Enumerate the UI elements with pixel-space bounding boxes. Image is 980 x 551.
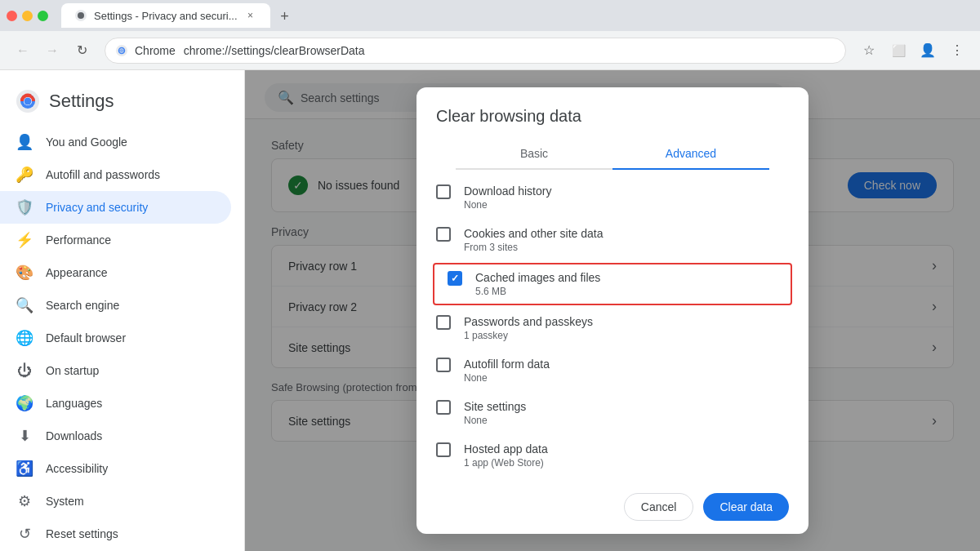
performance-icon: ⚡ xyxy=(16,232,33,248)
shield-icon: 🛡️ xyxy=(16,199,33,216)
sidebar-item-performance[interactable]: ⚡ Performance xyxy=(0,224,231,256)
sidebar-item-appearance[interactable]: 🎨 Appearance xyxy=(0,256,231,289)
sidebar-item-system[interactable]: ⚙ System xyxy=(0,485,231,518)
sidebar-item-autofill[interactable]: 🔑 Autofill and passwords xyxy=(0,158,231,191)
active-tab[interactable]: Settings - Privacy and securi... × xyxy=(61,3,270,28)
cookies-labels: Cookies and other site data From 3 sites xyxy=(464,227,603,253)
profile-button[interactable]: 👤 xyxy=(915,38,941,64)
checkbox-row-cookies: Cookies and other site data From 3 sites xyxy=(416,219,808,261)
site-settings-sublabel: None xyxy=(464,415,526,426)
tab-close-button[interactable]: × xyxy=(244,9,257,22)
extensions-button[interactable]: ⬜ xyxy=(885,38,911,64)
address-bar[interactable]: Chrome chrome://settings/clearBrowserDat… xyxy=(105,38,846,64)
download-history-sublabel: None xyxy=(464,199,551,211)
autofill-sublabel: None xyxy=(464,372,550,384)
cached-labels: Cached images and files 5.6 MB xyxy=(475,271,600,297)
autofill-form-checkbox[interactable] xyxy=(436,358,451,372)
cookies-label: Cookies and other site data xyxy=(464,227,603,240)
sidebar-label: Performance xyxy=(46,233,111,247)
svg-point-1 xyxy=(78,12,84,19)
accessibility-icon: ♿ xyxy=(16,460,33,477)
svg-point-9 xyxy=(24,98,32,105)
clear-data-button[interactable]: Clear data xyxy=(703,493,789,521)
download-history-checkbox[interactable] xyxy=(436,184,451,199)
download-icon: ⬇ xyxy=(16,428,33,444)
cached-sublabel: 5.6 MB xyxy=(475,286,600,297)
close-button[interactable] xyxy=(7,11,17,21)
sidebar-label: You and Google xyxy=(46,136,127,149)
sidebar-item-languages[interactable]: 🌍 Languages xyxy=(0,387,231,420)
sidebar-title: Settings xyxy=(49,91,114,112)
browser-icon: 🌐 xyxy=(16,330,33,346)
system-icon: ⚙ xyxy=(16,493,33,509)
tab-title: Settings - Privacy and securi... xyxy=(94,10,238,22)
startup-icon: ⏻ xyxy=(16,362,33,379)
sidebar-label: System xyxy=(46,495,84,508)
cookies-checkbox[interactable] xyxy=(436,227,451,242)
cached-checkbox[interactable]: ✓ xyxy=(448,271,462,286)
sidebar-item-reset[interactable]: ↺ Reset settings xyxy=(0,518,231,550)
maximize-button[interactable] xyxy=(38,11,48,21)
minimize-button[interactable] xyxy=(22,11,33,21)
reload-button[interactable]: ↻ xyxy=(69,38,95,64)
sidebar-item-downloads[interactable]: ⬇ Downloads xyxy=(0,420,231,452)
sidebar-item-on-startup[interactable]: ⏻ On startup xyxy=(0,354,231,387)
cached-label: Cached images and files xyxy=(475,271,600,284)
cancel-button[interactable]: Cancel xyxy=(624,493,694,521)
sidebar-item-you-and-google[interactable]: 👤 You and Google xyxy=(0,126,231,158)
tab-favicon-icon xyxy=(74,9,87,22)
traffic-lights xyxy=(7,11,48,21)
sidebar-item-search-engine[interactable]: 🔍 Search engine xyxy=(0,289,231,322)
hosted-app-checkbox[interactable] xyxy=(436,442,451,457)
new-tab-button[interactable]: + xyxy=(274,5,296,28)
sidebar-item-privacy[interactable]: 🛡️ Privacy and security xyxy=(0,191,231,224)
sidebar-item-default-browser[interactable]: 🌐 Default browser xyxy=(0,322,231,354)
tab-basic[interactable]: Basic xyxy=(456,139,612,168)
passwords-label: Passwords and passkeys xyxy=(464,315,593,328)
nav-bar: ← → ↻ Chrome chrome://settings/clearBrow… xyxy=(0,31,980,70)
dialog-body: Download history None Cookies and other … xyxy=(416,170,808,480)
dialog-tabs: Basic Advanced xyxy=(456,139,769,170)
download-history-label: Download history xyxy=(464,184,551,198)
autofill-icon: 🔑 xyxy=(16,167,33,183)
main-content: Settings 👤 You and Google 🔑 Autofill and… xyxy=(0,70,980,551)
passwords-sublabel: 1 passkey xyxy=(464,330,593,341)
passwords-labels: Passwords and passkeys 1 passkey xyxy=(464,315,593,341)
sidebar-label: Search engine xyxy=(46,299,119,312)
sidebar: Settings 👤 You and Google 🔑 Autofill and… xyxy=(0,70,245,551)
checkmark-icon: ✓ xyxy=(451,273,459,284)
cookies-sublabel: From 3 sites xyxy=(464,242,603,253)
checkbox-row-cached: ✓ Cached images and files 5.6 MB xyxy=(433,263,792,305)
tab-advanced[interactable]: Advanced xyxy=(612,139,769,168)
site-settings-labels: Site settings None xyxy=(464,400,526,426)
menu-button[interactable]: ⋮ xyxy=(944,38,970,64)
forward-button[interactable]: → xyxy=(39,38,65,64)
clear-browsing-dialog: Clear browsing data Basic Advanced Downl… xyxy=(416,87,808,534)
sidebar-label: Appearance xyxy=(46,266,108,279)
passwords-checkbox[interactable] xyxy=(436,315,451,330)
sidebar-label: Default browser xyxy=(46,331,126,344)
back-button[interactable]: ← xyxy=(10,38,36,64)
sidebar-label: Autofill and passwords xyxy=(46,168,160,181)
sidebar-item-accessibility[interactable]: ♿ Accessibility xyxy=(0,452,231,485)
checkbox-row-passwords: Passwords and passkeys 1 passkey xyxy=(416,307,808,349)
sidebar-label: Reset settings xyxy=(46,527,118,540)
address-text: chrome://settings/clearBrowserData xyxy=(184,44,365,57)
title-bar: Settings - Privacy and securi... × + xyxy=(0,0,980,31)
sidebar-label: On startup xyxy=(46,364,99,377)
download-history-labels: Download history None xyxy=(464,184,551,211)
autofill-labels: Autofill form data None xyxy=(464,358,550,384)
language-icon: 🌍 xyxy=(16,395,33,411)
appearance-icon: 🎨 xyxy=(16,264,33,281)
search-icon: 🔍 xyxy=(16,297,33,313)
site-settings-checkbox[interactable] xyxy=(436,400,451,415)
checkbox-row-site-settings: Site settings None xyxy=(416,392,808,434)
sidebar-label: Downloads xyxy=(46,429,102,442)
dialog-tabs-container: Basic Advanced xyxy=(416,139,808,170)
sidebar-label: Accessibility xyxy=(46,462,108,475)
bookmark-button[interactable]: ☆ xyxy=(856,38,882,64)
checkbox-row-hosted: Hosted app data 1 app (Web Store) xyxy=(416,434,808,477)
site-label: Chrome xyxy=(135,44,176,57)
dialog-title: Clear browsing data xyxy=(416,87,808,139)
sidebar-label: Languages xyxy=(46,397,102,410)
